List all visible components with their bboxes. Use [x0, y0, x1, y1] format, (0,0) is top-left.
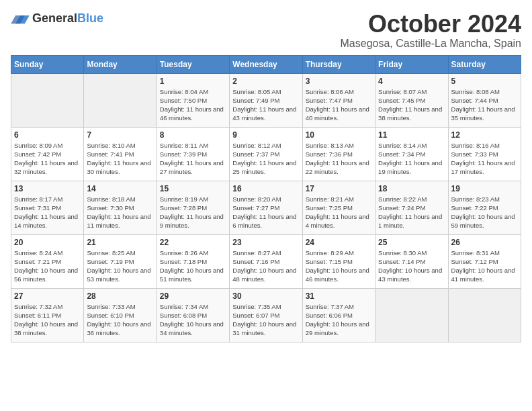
day-number: 14 — [87, 184, 153, 193]
day-info: Sunrise: 8:14 AM Sunset: 7:34 PM Dayligh… — [378, 141, 445, 177]
calendar-table: SundayMondayTuesdayWednesdayThursdayFrid… — [11, 55, 521, 342]
day-info: Sunrise: 8:08 AM Sunset: 7:44 PM Dayligh… — [451, 87, 518, 123]
day-number: 27 — [14, 291, 81, 301]
day-number: 4 — [378, 77, 445, 86]
calendar-week-row: 20Sunrise: 8:24 AM Sunset: 7:21 PM Dayli… — [11, 234, 521, 288]
day-info: Sunrise: 7:33 AM Sunset: 6:10 PM Dayligh… — [87, 302, 153, 338]
day-info: Sunrise: 8:06 AM Sunset: 7:47 PM Dayligh… — [306, 87, 372, 123]
day-number: 22 — [160, 238, 226, 247]
calendar-cell: 28Sunrise: 7:33 AM Sunset: 6:10 PM Dayli… — [84, 288, 157, 342]
day-number: 30 — [232, 291, 299, 301]
day-number: 9 — [232, 130, 299, 140]
calendar-cell: 8Sunrise: 8:11 AM Sunset: 7:39 PM Daylig… — [157, 127, 229, 181]
calendar-cell: 14Sunrise: 8:18 AM Sunset: 7:30 PM Dayli… — [84, 181, 157, 234]
weekday-header-tuesday: Tuesday — [157, 55, 229, 73]
day-number: 2 — [232, 77, 299, 86]
calendar-cell: 26Sunrise: 8:31 AM Sunset: 7:12 PM Dayli… — [448, 234, 521, 288]
calendar-cell — [84, 73, 157, 127]
day-number: 1 — [160, 77, 226, 86]
day-number: 5 — [451, 77, 518, 86]
day-info: Sunrise: 8:31 AM Sunset: 7:12 PM Dayligh… — [451, 248, 518, 284]
calendar-cell: 18Sunrise: 8:22 AM Sunset: 7:24 PM Dayli… — [375, 181, 448, 234]
day-number: 25 — [378, 238, 445, 247]
day-number: 11 — [378, 130, 445, 140]
day-info: Sunrise: 8:11 AM Sunset: 7:39 PM Dayligh… — [160, 141, 226, 177]
calendar-cell: 12Sunrise: 8:16 AM Sunset: 7:33 PM Dayli… — [448, 127, 521, 181]
calendar-cell: 13Sunrise: 8:17 AM Sunset: 7:31 PM Dayli… — [11, 181, 84, 234]
day-number: 20 — [14, 238, 81, 247]
day-info: Sunrise: 8:05 AM Sunset: 7:49 PM Dayligh… — [232, 87, 299, 123]
day-number: 23 — [232, 238, 299, 247]
day-number: 29 — [160, 291, 226, 301]
calendar-cell: 9Sunrise: 8:12 AM Sunset: 7:37 PM Daylig… — [230, 127, 302, 181]
weekday-header-row: SundayMondayTuesdayWednesdayThursdayFrid… — [11, 55, 521, 73]
calendar-cell: 24Sunrise: 8:29 AM Sunset: 7:15 PM Dayli… — [302, 234, 375, 288]
day-number: 12 — [451, 130, 518, 140]
day-number: 15 — [160, 184, 226, 193]
day-info: Sunrise: 8:09 AM Sunset: 7:42 PM Dayligh… — [14, 141, 81, 177]
day-number: 21 — [87, 238, 153, 247]
day-number: 3 — [306, 77, 372, 86]
day-number: 19 — [451, 184, 518, 193]
day-info: Sunrise: 8:19 AM Sunset: 7:28 PM Dayligh… — [160, 195, 226, 230]
calendar-week-row: 13Sunrise: 8:17 AM Sunset: 7:31 PM Dayli… — [11, 181, 521, 234]
day-info: Sunrise: 8:07 AM Sunset: 7:45 PM Dayligh… — [378, 87, 445, 123]
calendar-week-row: 1Sunrise: 8:04 AM Sunset: 7:50 PM Daylig… — [11, 73, 521, 127]
calendar-cell: 27Sunrise: 7:32 AM Sunset: 6:11 PM Dayli… — [11, 288, 84, 342]
day-info: Sunrise: 8:04 AM Sunset: 7:50 PM Dayligh… — [160, 87, 226, 123]
day-number: 26 — [451, 238, 518, 247]
calendar-cell: 21Sunrise: 8:25 AM Sunset: 7:19 PM Dayli… — [84, 234, 157, 288]
weekday-header-friday: Friday — [375, 55, 448, 73]
day-info: Sunrise: 8:20 AM Sunset: 7:27 PM Dayligh… — [232, 195, 299, 230]
calendar-cell: 17Sunrise: 8:21 AM Sunset: 7:25 PM Dayli… — [302, 181, 375, 234]
day-number: 10 — [306, 130, 372, 140]
calendar-cell: 29Sunrise: 7:34 AM Sunset: 6:08 PM Dayli… — [157, 288, 229, 342]
day-number: 31 — [306, 291, 372, 301]
calendar-cell — [11, 73, 84, 127]
day-number: 7 — [87, 130, 153, 140]
calendar-cell: 5Sunrise: 8:08 AM Sunset: 7:44 PM Daylig… — [448, 73, 521, 127]
calendar-cell: 19Sunrise: 8:23 AM Sunset: 7:22 PM Dayli… — [448, 181, 521, 234]
page-header: GeneralBlue October 2024 Masegosa, Casti… — [11, 11, 521, 50]
day-info: Sunrise: 8:29 AM Sunset: 7:15 PM Dayligh… — [306, 248, 372, 284]
logo-icon — [11, 11, 30, 26]
day-info: Sunrise: 7:34 AM Sunset: 6:08 PM Dayligh… — [160, 302, 226, 338]
calendar-cell: 6Sunrise: 8:09 AM Sunset: 7:42 PM Daylig… — [11, 127, 84, 181]
calendar-cell: 25Sunrise: 8:30 AM Sunset: 7:14 PM Dayli… — [375, 234, 448, 288]
logo: GeneralBlue — [11, 11, 103, 26]
day-number: 6 — [14, 130, 81, 140]
calendar-cell: 3Sunrise: 8:06 AM Sunset: 7:47 PM Daylig… — [302, 73, 375, 127]
day-info: Sunrise: 7:35 AM Sunset: 6:07 PM Dayligh… — [232, 302, 299, 338]
calendar-cell: 7Sunrise: 8:10 AM Sunset: 7:41 PM Daylig… — [84, 127, 157, 181]
calendar-cell: 10Sunrise: 8:13 AM Sunset: 7:36 PM Dayli… — [302, 127, 375, 181]
day-info: Sunrise: 8:27 AM Sunset: 7:16 PM Dayligh… — [232, 248, 299, 284]
calendar-cell: 23Sunrise: 8:27 AM Sunset: 7:16 PM Dayli… — [230, 234, 302, 288]
calendar-cell: 4Sunrise: 8:07 AM Sunset: 7:45 PM Daylig… — [375, 73, 448, 127]
calendar-cell: 1Sunrise: 8:04 AM Sunset: 7:50 PM Daylig… — [157, 73, 229, 127]
day-number: 13 — [14, 184, 81, 193]
day-number: 17 — [306, 184, 372, 193]
location-subtitle: Masegosa, Castille-La Mancha, Spain — [341, 38, 521, 50]
day-info: Sunrise: 8:16 AM Sunset: 7:33 PM Dayligh… — [451, 141, 518, 177]
day-info: Sunrise: 8:18 AM Sunset: 7:30 PM Dayligh… — [87, 195, 153, 230]
day-number: 28 — [87, 291, 153, 301]
day-info: Sunrise: 7:37 AM Sunset: 6:06 PM Dayligh… — [306, 302, 372, 338]
day-number: 8 — [160, 130, 226, 140]
day-info: Sunrise: 8:13 AM Sunset: 7:36 PM Dayligh… — [306, 141, 372, 177]
day-info: Sunrise: 8:30 AM Sunset: 7:14 PM Dayligh… — [378, 248, 445, 284]
calendar-cell: 30Sunrise: 7:35 AM Sunset: 6:07 PM Dayli… — [230, 288, 302, 342]
weekday-header-wednesday: Wednesday — [230, 55, 302, 73]
calendar-week-row: 6Sunrise: 8:09 AM Sunset: 7:42 PM Daylig… — [11, 127, 521, 181]
weekday-header-monday: Monday — [84, 55, 157, 73]
weekday-header-saturday: Saturday — [448, 55, 521, 73]
calendar-cell — [448, 288, 521, 342]
day-info: Sunrise: 8:22 AM Sunset: 7:24 PM Dayligh… — [378, 195, 445, 230]
day-info: Sunrise: 8:23 AM Sunset: 7:22 PM Dayligh… — [451, 195, 518, 230]
calendar-cell — [375, 288, 448, 342]
logo-blue: Blue — [77, 11, 103, 25]
logo-general: General — [32, 11, 77, 25]
title-block: October 2024 Masegosa, Castille-La Manch… — [341, 11, 521, 50]
weekday-header-sunday: Sunday — [11, 55, 84, 73]
day-number: 18 — [378, 184, 445, 193]
calendar-cell: 16Sunrise: 8:20 AM Sunset: 7:27 PM Dayli… — [230, 181, 302, 234]
